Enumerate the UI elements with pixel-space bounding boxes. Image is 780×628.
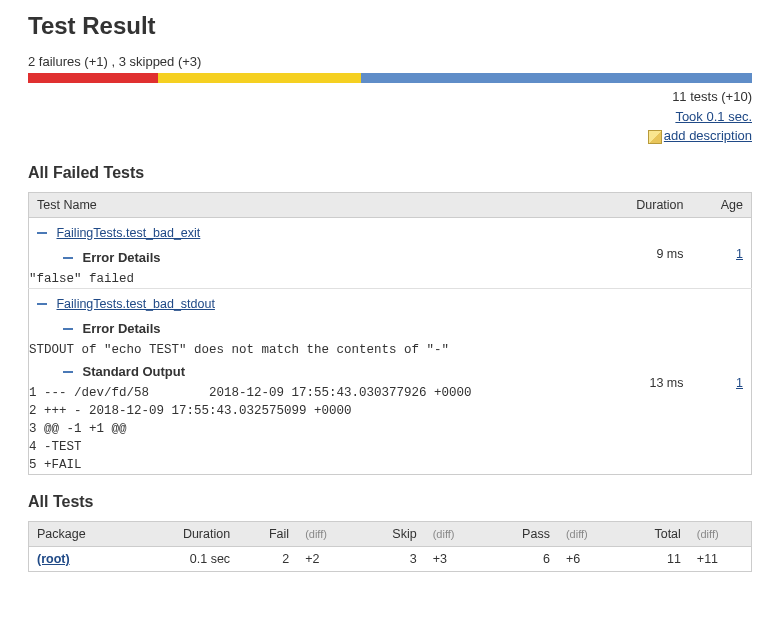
col-package: Package bbox=[29, 521, 135, 546]
fail-diff-cell: +2 bbox=[297, 546, 359, 571]
collapse-icon[interactable] bbox=[63, 367, 73, 377]
col-skip-diff: (diff) bbox=[425, 521, 487, 546]
stdout-line: 3 @@ -1 +1 @@ bbox=[29, 420, 629, 438]
col-pass: Pass bbox=[486, 521, 558, 546]
collapse-icon[interactable] bbox=[37, 299, 47, 309]
summary-counts: 2 failures (+1) , 3 skipped (+3) bbox=[28, 54, 752, 69]
error-details-body: "false" failed bbox=[29, 270, 629, 289]
col-duration: Duration bbox=[135, 521, 238, 546]
bar-skip-segment bbox=[158, 73, 361, 83]
error-details-heading: Error Details bbox=[82, 321, 160, 336]
stdout-line: 2 +++ - 2018-12-09 17:55:43.032575099 +0… bbox=[29, 402, 629, 420]
duration-value: 9 ms bbox=[628, 217, 691, 288]
failed-tests-heading: All Failed Tests bbox=[28, 164, 752, 182]
error-details-heading: Error Details bbox=[82, 250, 160, 265]
skip-cell: 3 bbox=[359, 546, 425, 571]
stdout-line: 4 -TEST bbox=[29, 438, 629, 456]
pass-cell: 6 bbox=[486, 546, 558, 571]
col-age: Age bbox=[692, 192, 752, 217]
col-total-diff: (diff) bbox=[689, 521, 752, 546]
all-tests-heading: All Tests bbox=[28, 493, 752, 511]
duration-value: 13 ms bbox=[628, 288, 691, 474]
age-link[interactable]: 1 bbox=[736, 376, 743, 390]
tests-count: 11 tests (+10) bbox=[28, 87, 752, 107]
table-row: (root) 0.1 sec 2 +2 3 +3 6 +6 11 +11 bbox=[29, 546, 752, 571]
stdout-line: 1 --- /dev/fd/58 2018-12-09 17:55:43.030… bbox=[29, 384, 629, 402]
col-test-name: Test Name bbox=[29, 192, 629, 217]
fail-cell: 2 bbox=[238, 546, 297, 571]
took-link[interactable]: Took 0.1 sec. bbox=[675, 109, 752, 124]
bar-pass-segment bbox=[361, 73, 752, 83]
all-tests-table: Package Duration Fail (diff) Skip (diff)… bbox=[28, 521, 752, 572]
collapse-icon[interactable] bbox=[37, 228, 47, 238]
failed-test-link[interactable]: FailingTests.test_bad_stdout bbox=[56, 297, 214, 311]
collapse-icon[interactable] bbox=[63, 253, 73, 263]
result-bar bbox=[28, 73, 752, 83]
bar-fail-segment bbox=[28, 73, 158, 83]
edit-icon bbox=[648, 130, 662, 144]
col-skip: Skip bbox=[359, 521, 425, 546]
standard-output-heading: Standard Output bbox=[82, 364, 185, 379]
pass-diff-cell: +6 bbox=[558, 546, 620, 571]
col-fail-diff: (diff) bbox=[297, 521, 359, 546]
duration-cell: 0.1 sec bbox=[135, 546, 238, 571]
age-link[interactable]: 1 bbox=[736, 247, 743, 261]
add-description-link[interactable]: add description bbox=[664, 128, 752, 143]
skip-diff-cell: +3 bbox=[425, 546, 487, 571]
failed-test-link[interactable]: FailingTests.test_bad_exit bbox=[56, 226, 200, 240]
col-fail: Fail bbox=[238, 521, 297, 546]
total-diff-cell: +11 bbox=[689, 546, 752, 571]
col-pass-diff: (diff) bbox=[558, 521, 620, 546]
collapse-icon[interactable] bbox=[63, 324, 73, 334]
stdout-line: 5 +FAIL bbox=[29, 456, 629, 475]
col-total: Total bbox=[620, 521, 689, 546]
total-cell: 11 bbox=[620, 546, 689, 571]
col-duration: Duration bbox=[628, 192, 691, 217]
package-link[interactable]: (root) bbox=[37, 552, 70, 566]
error-details-body: STDOUT of "echo TEST" does not match the… bbox=[29, 341, 629, 359]
page-title: Test Result bbox=[28, 12, 752, 40]
failed-tests-table: Test Name Duration Age FailingTests.test… bbox=[28, 192, 752, 475]
